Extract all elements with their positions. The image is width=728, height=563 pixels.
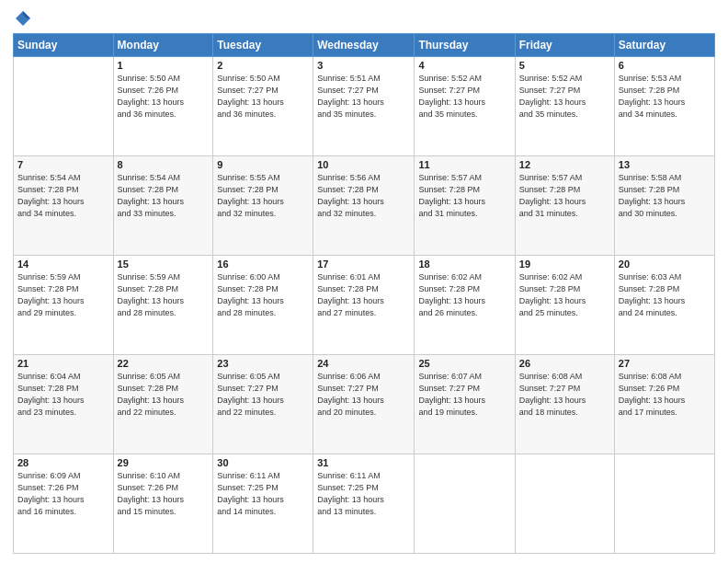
day-number: 8 [118,159,210,170]
day-info: Sunrise: 5:56 AMSunset: 7:28 PMDaylight:… [317,172,410,220]
calendar-cell: 31Sunrise: 6:11 AMSunset: 7:25 PMDayligh… [313,454,415,554]
calendar-cell [614,454,714,554]
calendar-cell: 12Sunrise: 5:57 AMSunset: 7:28 PMDayligh… [515,156,614,256]
day-number: 21 [17,358,109,369]
calendar-cell: 7Sunrise: 5:54 AMSunset: 7:28 PMDaylight… [14,156,114,256]
day-number: 19 [519,259,610,270]
day-number: 9 [217,159,309,170]
day-info: Sunrise: 5:57 AMSunset: 7:28 PMDaylight:… [519,172,610,220]
calendar-cell: 22Sunrise: 6:05 AMSunset: 7:28 PMDayligh… [113,355,213,454]
day-info: Sunrise: 6:11 AMSunset: 7:25 PMDaylight:… [217,470,309,518]
calendar-cell: 21Sunrise: 6:04 AMSunset: 7:28 PMDayligh… [14,355,114,454]
calendar-cell [415,454,515,554]
calendar-week-row: 21Sunrise: 6:04 AMSunset: 7:28 PMDayligh… [14,355,715,454]
day-number: 12 [519,159,610,170]
calendar-cell: 14Sunrise: 5:59 AMSunset: 7:28 PMDayligh… [14,256,114,355]
calendar-cell: 20Sunrise: 6:03 AMSunset: 7:28 PMDayligh… [614,256,714,355]
day-info: Sunrise: 5:52 AMSunset: 7:27 PMDaylight:… [418,73,510,121]
calendar-cell: 3Sunrise: 5:51 AMSunset: 7:27 PMDaylight… [313,57,415,156]
calendar-week-row: 14Sunrise: 5:59 AMSunset: 7:28 PMDayligh… [14,256,715,355]
day-number: 5 [519,60,610,71]
calendar-cell: 10Sunrise: 5:56 AMSunset: 7:28 PMDayligh… [313,156,415,256]
day-number: 1 [118,60,210,71]
day-number: 28 [17,457,109,468]
day-number: 6 [619,60,711,71]
day-number: 14 [17,259,109,270]
day-number: 3 [317,60,410,71]
calendar-table: SundayMondayTuesdayWednesdayThursdayFrid… [13,33,715,554]
col-header-sunday: Sunday [14,34,114,57]
calendar-cell: 17Sunrise: 6:01 AMSunset: 7:28 PMDayligh… [313,256,415,355]
calendar-cell: 5Sunrise: 5:52 AMSunset: 7:27 PMDaylight… [515,57,614,156]
calendar-cell: 9Sunrise: 5:55 AMSunset: 7:28 PMDaylight… [213,156,313,256]
calendar-cell: 8Sunrise: 5:54 AMSunset: 7:28 PMDaylight… [113,156,213,256]
day-info: Sunrise: 5:50 AMSunset: 7:26 PMDaylight:… [118,73,210,121]
day-info: Sunrise: 5:54 AMSunset: 7:28 PMDaylight:… [17,172,109,220]
day-info: Sunrise: 5:59 AMSunset: 7:28 PMDaylight:… [118,271,210,319]
col-header-monday: Monday [113,34,213,57]
day-number: 25 [418,358,510,369]
calendar-cell: 24Sunrise: 6:06 AMSunset: 7:27 PMDayligh… [313,355,415,454]
logo [13,9,33,28]
col-header-saturday: Saturday [614,34,714,57]
calendar-cell: 30Sunrise: 6:11 AMSunset: 7:25 PMDayligh… [213,454,313,554]
day-info: Sunrise: 6:08 AMSunset: 7:27 PMDaylight:… [519,371,610,419]
calendar-cell: 1Sunrise: 5:50 AMSunset: 7:26 PMDaylight… [113,57,213,156]
day-number: 18 [418,259,510,270]
day-info: Sunrise: 6:05 AMSunset: 7:28 PMDaylight:… [118,371,210,419]
day-number: 16 [217,259,309,270]
day-info: Sunrise: 5:55 AMSunset: 7:28 PMDaylight:… [217,172,309,220]
day-info: Sunrise: 5:58 AMSunset: 7:28 PMDaylight:… [619,172,711,220]
day-number: 23 [217,358,309,369]
day-info: Sunrise: 5:54 AMSunset: 7:28 PMDaylight:… [118,172,210,220]
col-header-wednesday: Wednesday [313,34,415,57]
calendar-cell: 13Sunrise: 5:58 AMSunset: 7:28 PMDayligh… [614,156,714,256]
day-info: Sunrise: 6:09 AMSunset: 7:26 PMDaylight:… [17,470,109,518]
day-info: Sunrise: 6:04 AMSunset: 7:28 PMDaylight:… [17,371,109,419]
day-info: Sunrise: 5:50 AMSunset: 7:27 PMDaylight:… [217,73,309,121]
day-info: Sunrise: 5:57 AMSunset: 7:28 PMDaylight:… [418,172,510,220]
day-number: 31 [317,457,410,468]
calendar-cell: 4Sunrise: 5:52 AMSunset: 7:27 PMDaylight… [415,57,515,156]
day-number: 11 [418,159,510,170]
calendar-cell: 29Sunrise: 6:10 AMSunset: 7:26 PMDayligh… [113,454,213,554]
day-number: 29 [118,457,210,468]
calendar-cell: 16Sunrise: 6:00 AMSunset: 7:28 PMDayligh… [213,256,313,355]
day-info: Sunrise: 5:53 AMSunset: 7:28 PMDaylight:… [619,73,711,121]
calendar-cell: 27Sunrise: 6:08 AMSunset: 7:26 PMDayligh… [614,355,714,454]
day-info: Sunrise: 6:00 AMSunset: 7:28 PMDaylight:… [217,271,309,319]
calendar-cell: 11Sunrise: 5:57 AMSunset: 7:28 PMDayligh… [415,156,515,256]
logo-icon [14,9,32,28]
day-number: 4 [418,60,510,71]
calendar-cell: 15Sunrise: 5:59 AMSunset: 7:28 PMDayligh… [113,256,213,355]
calendar-cell: 2Sunrise: 5:50 AMSunset: 7:27 PMDaylight… [213,57,313,156]
day-number: 24 [317,358,410,369]
day-info: Sunrise: 6:03 AMSunset: 7:28 PMDaylight:… [619,271,711,319]
calendar-cell: 28Sunrise: 6:09 AMSunset: 7:26 PMDayligh… [14,454,114,554]
day-number: 27 [619,358,711,369]
day-info: Sunrise: 6:07 AMSunset: 7:27 PMDaylight:… [418,371,510,419]
day-number: 13 [619,159,711,170]
calendar-page: SundayMondayTuesdayWednesdayThursdayFrid… [0,0,728,563]
calendar-cell: 23Sunrise: 6:05 AMSunset: 7:27 PMDayligh… [213,355,313,454]
calendar-cell: 19Sunrise: 6:02 AMSunset: 7:28 PMDayligh… [515,256,614,355]
day-number: 2 [217,60,309,71]
col-header-friday: Friday [515,34,614,57]
day-info: Sunrise: 6:02 AMSunset: 7:28 PMDaylight:… [519,271,610,319]
day-info: Sunrise: 5:59 AMSunset: 7:28 PMDaylight:… [17,271,109,319]
calendar-cell: 25Sunrise: 6:07 AMSunset: 7:27 PMDayligh… [415,355,515,454]
day-number: 17 [317,259,410,270]
day-info: Sunrise: 6:05 AMSunset: 7:27 PMDaylight:… [217,371,309,419]
day-info: Sunrise: 6:01 AMSunset: 7:28 PMDaylight:… [317,271,410,319]
day-info: Sunrise: 6:11 AMSunset: 7:25 PMDaylight:… [317,470,410,518]
day-number: 30 [217,457,309,468]
day-number: 26 [519,358,610,369]
day-number: 7 [17,159,109,170]
calendar-cell [515,454,614,554]
calendar-cell: 6Sunrise: 5:53 AMSunset: 7:28 PMDaylight… [614,57,714,156]
day-info: Sunrise: 6:10 AMSunset: 7:26 PMDaylight:… [118,470,210,518]
day-number: 20 [619,259,711,270]
day-info: Sunrise: 6:02 AMSunset: 7:28 PMDaylight:… [418,271,510,319]
day-number: 22 [118,358,210,369]
day-info: Sunrise: 5:51 AMSunset: 7:27 PMDaylight:… [317,73,410,121]
